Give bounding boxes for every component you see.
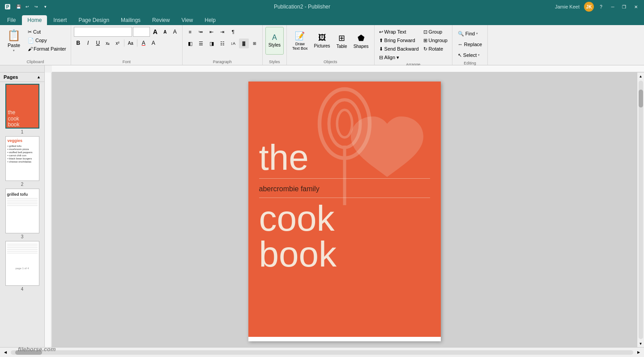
ungroup-btn[interactable]: ⊞ Ungroup (422, 36, 449, 44)
editing-content: 🔍 Find ▾ ↔ Replace ↖ Select ▾ (455, 27, 485, 60)
tab-page-design[interactable]: Page Design (73, 15, 115, 25)
page-thumb-4[interactable]: page 1 of 4 4 (0, 241, 44, 292)
shapes-btn[interactable]: ⬟ Shapes (351, 27, 371, 55)
numbered-btn[interactable]: ≔ (196, 27, 206, 37)
restore-btn[interactable]: ❐ (620, 2, 629, 11)
scroll-down-btn[interactable]: ▼ (637, 340, 644, 347)
find-btn[interactable]: 🔍 Find ▾ (455, 29, 485, 39)
tab-file[interactable]: File (2, 15, 21, 25)
title-bar: P 💾 ↩ ↪ ▾ Publication2 - Publisher Jamie… (0, 0, 644, 13)
align-icon: ⊟ (379, 55, 383, 60)
help-btn[interactable]: ? (597, 2, 606, 11)
shading-btn[interactable]: ▓ (239, 39, 249, 48)
italic-btn[interactable]: I (84, 39, 93, 47)
thumb-book: book (8, 122, 38, 128)
thumb-recipe-3 (7, 198, 38, 206)
borders-btn[interactable]: ⊞ (250, 39, 260, 48)
vscroll-track[interactable] (639, 81, 643, 339)
select-btn[interactable]: ↖ Select ▾ (455, 50, 485, 60)
bottom-bar: ◀ ▶ (0, 347, 644, 357)
font-size-input[interactable] (133, 27, 150, 37)
align-btn[interactable]: ⊟ Align ▾ (377, 53, 421, 61)
tab-insert[interactable]: Insert (48, 15, 72, 25)
bullets-btn[interactable]: ≡ (185, 27, 195, 37)
styles-button[interactable]: A Styles (265, 27, 284, 55)
tab-view[interactable]: View (176, 15, 198, 25)
pictures-btn[interactable]: 🖼 Pictures (311, 27, 333, 55)
paste-button[interactable]: 📋 Paste ▾ (3, 27, 25, 55)
redo-btn[interactable]: ↪ (32, 3, 40, 11)
increase-indent-btn[interactable]: ⇥ (218, 27, 227, 37)
align-center-btn[interactable]: ☰ (196, 39, 206, 48)
format-painter-button[interactable]: 🖌 Format Painter (26, 45, 68, 53)
highlight-btn[interactable]: A (149, 39, 158, 47)
decrease-indent-btn[interactable]: ⇤ (207, 27, 217, 37)
rotate-btn[interactable]: ↻ Rotate (422, 45, 449, 53)
tab-review[interactable]: Review (147, 15, 175, 25)
page-thumb-1[interactable]: the cook book 1 (0, 84, 44, 134)
ribbon: 📋 Paste ▾ ✂ Cut 📄 Copy 🖌 Format Painter (0, 25, 644, 65)
minimize-btn[interactable]: ─ (608, 2, 617, 11)
table-btn[interactable]: ⊞ Table (334, 27, 350, 55)
font-shrink-btn[interactable]: A (161, 27, 170, 36)
user-avatar[interactable]: JK (584, 2, 594, 12)
save-btn[interactable]: 💾 (14, 3, 22, 11)
thumb-list-item: • black bean burgers (8, 157, 37, 160)
subscript-btn[interactable]: x₂ (103, 39, 112, 47)
draw-textbox-btn[interactable]: 📝 DrawText Box (290, 27, 311, 55)
corner-box (0, 65, 45, 73)
thumb-list-2: • grilled tofu • mushroom pizza • stuffe… (8, 145, 37, 163)
copy-button[interactable]: 📄 Copy (26, 36, 68, 44)
username: Jamie Keet (555, 4, 580, 9)
page-thumb-3[interactable]: grilled tofu 3 (0, 189, 44, 239)
wrap-text-btn[interactable]: ↩ Wrap Text (377, 28, 421, 36)
scroll-right-btn[interactable]: ▶ (635, 349, 642, 356)
align-right-btn[interactable]: ◨ (207, 39, 217, 48)
paragraph-mark-btn[interactable]: ¶ (228, 27, 238, 37)
bring-forward-btn[interactable]: ⬆ Bring Forward (377, 36, 421, 44)
page-thumb-2[interactable]: veggies • grilled tofu • mushroom pizza … (0, 136, 44, 187)
recipe-line (7, 205, 38, 206)
align-left-btn[interactable]: ◧ (185, 39, 195, 48)
title-left: P 💾 ↩ ↪ ▾ (4, 3, 49, 11)
tab-mailings[interactable]: Mailings (115, 15, 146, 25)
font-group: A A A B I U x₂ x² Aa A A Font (71, 25, 183, 65)
scroll-left-btn[interactable]: ◀ (2, 349, 9, 356)
canvas-area[interactable]: the abercrombie family cook book (52, 73, 637, 347)
font-aa-btn[interactable]: Aa (126, 39, 135, 47)
tab-help[interactable]: Help (199, 15, 221, 25)
customize-qa-btn[interactable]: ▾ (41, 3, 49, 11)
font-content: A A A B I U x₂ x² Aa A A (74, 27, 179, 59)
justify-btn[interactable]: ☷ (218, 39, 227, 48)
paste-label: Paste (8, 43, 20, 48)
scroll-up-btn[interactable]: ▲ (637, 73, 644, 80)
hscroll-track[interactable] (11, 350, 633, 355)
undo-btn[interactable]: ↩ (23, 3, 31, 11)
font-sep (124, 39, 124, 47)
group-icon: ⊡ (423, 29, 427, 35)
pages-collapse-btn[interactable]: ▲ (37, 75, 41, 79)
recipe-line (7, 251, 38, 252)
line-spacing-btn[interactable]: ↕A (228, 39, 238, 48)
font-grow-btn[interactable]: A (151, 27, 160, 36)
close-btn[interactable]: ✕ (631, 2, 640, 11)
publisher-logo: P (4, 3, 12, 11)
replace-label: Replace (464, 42, 482, 47)
main-layout: Pages ▲ the cook book 1 veggies • grille… (0, 73, 644, 347)
superscript-btn[interactable]: x² (113, 39, 122, 47)
tab-home[interactable]: Home (22, 15, 47, 25)
paste-dropdown[interactable]: ▾ (13, 49, 15, 52)
replace-btn[interactable]: ↔ Replace (455, 39, 485, 49)
cut-button[interactable]: ✂ Cut (26, 28, 68, 36)
horizontal-ruler (52, 65, 644, 73)
bold-btn[interactable]: B (74, 39, 83, 47)
send-backward-btn[interactable]: ⬇ Send Backward (377, 45, 421, 53)
group-btn[interactable]: ⊡ Group (422, 28, 449, 36)
recipe-line (7, 253, 38, 254)
font-clear-btn[interactable]: A (171, 27, 179, 36)
pages-header: Pages ▲ (0, 73, 44, 82)
arrange-right-col: ⊡ Group ⊞ Ungroup ↻ Rotate (422, 28, 449, 53)
underline-btn[interactable]: U (94, 39, 102, 47)
font-name-input[interactable] (74, 27, 132, 37)
font-color-btn[interactable]: A (139, 39, 148, 47)
